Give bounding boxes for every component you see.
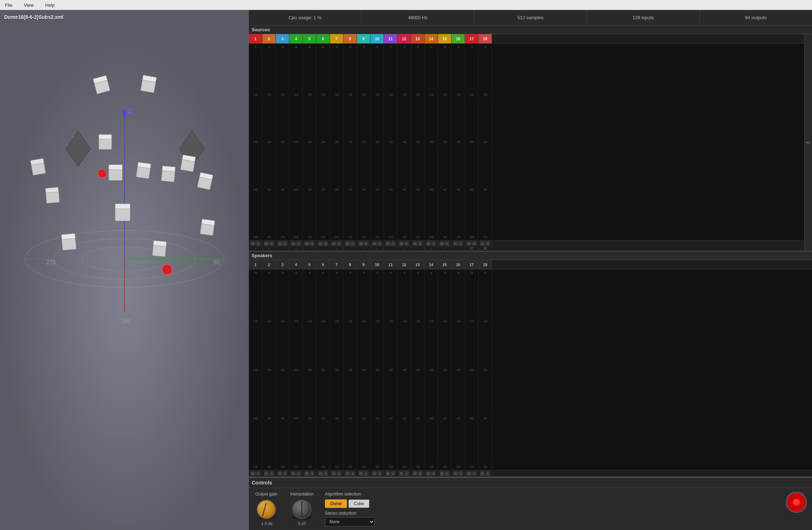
speaker-solo-10[interactable]: s [377, 471, 382, 476]
speaker-solo-5[interactable]: s [310, 471, 315, 476]
source-ch-2[interactable]: 2 [262, 34, 276, 43]
speaker-solo-12[interactable]: s [404, 471, 409, 476]
speaker-mute-12[interactable]: m [399, 471, 404, 476]
speaker-solo-4[interactable]: s [296, 471, 301, 476]
source-mute-5[interactable]: m [304, 241, 309, 246]
source-ch-12[interactable]: 12 [397, 34, 411, 43]
source-mute-11[interactable]: m [385, 241, 390, 246]
speaker-mute-18[interactable]: m [480, 471, 485, 476]
source-ch-13[interactable]: 13 [411, 34, 424, 43]
source-solo-8[interactable]: s [350, 241, 355, 246]
source-solo-5[interactable]: s [310, 241, 315, 246]
source-solo-13[interactable]: s [418, 241, 423, 246]
speaker-ch-16[interactable]: 16 [452, 260, 465, 269]
menu-file[interactable]: File [3, 2, 15, 9]
source-solo-1[interactable]: s [256, 241, 261, 246]
speaker-mute-2[interactable]: m [264, 471, 269, 476]
source-ch-3[interactable]: 3 [276, 34, 289, 43]
source-solo-9[interactable]: s [364, 241, 369, 246]
source-solo-2[interactable]: s [269, 241, 274, 246]
speaker-mute-3[interactable]: m [277, 471, 282, 476]
source-ch-5[interactable]: 5 [303, 34, 316, 43]
source-solo-6[interactable]: s [323, 241, 328, 246]
source-mute-8[interactable]: m [345, 241, 350, 246]
source-solo-18[interactable]: s [485, 241, 490, 246]
speaker-mute-6[interactable]: m [318, 471, 323, 476]
source-mute-14[interactable]: m [426, 241, 431, 246]
source-solo-14[interactable]: s [431, 241, 436, 246]
source-solo-16[interactable]: s [458, 241, 463, 246]
speaker-mute-10[interactable]: m [372, 471, 377, 476]
source-mute-7[interactable]: m [331, 241, 336, 246]
interpolation-knob[interactable] [289, 499, 314, 520]
speaker-solo-7[interactable]: s [337, 471, 342, 476]
source-solo-4[interactable]: s [296, 241, 301, 246]
speaker-mute-9[interactable]: m [358, 471, 363, 476]
source-solo-11[interactable]: s [391, 241, 396, 246]
source-ch-18[interactable]: 18 [479, 34, 492, 43]
source-ch-17[interactable]: 17 [465, 34, 479, 43]
speaker-solo-13[interactable]: s [418, 471, 423, 476]
source-solo-3[interactable]: s [283, 241, 288, 246]
speaker-ch-18[interactable]: 18 [479, 260, 492, 269]
source-mute-16[interactable]: m [453, 241, 458, 246]
speaker-mute-13[interactable]: m [412, 471, 417, 476]
speaker-ch-15[interactable]: 15 [438, 260, 452, 269]
speaker-ch-13[interactable]: 13 [411, 260, 424, 269]
speaker-solo-1[interactable]: s [256, 471, 261, 476]
source-ch-4[interactable]: 4 [289, 34, 303, 43]
speaker-mute-14[interactable]: m [426, 471, 431, 476]
source-mute-2[interactable]: m [264, 241, 269, 246]
speaker-mute-11[interactable]: m [385, 471, 390, 476]
source-ch-16[interactable]: 16 [452, 34, 465, 43]
speaker-solo-3[interactable]: s [283, 471, 288, 476]
speaker-mute-7[interactable]: m [331, 471, 336, 476]
output-gain-knob[interactable] [254, 499, 279, 520]
speaker-mute-15[interactable]: m [439, 471, 444, 476]
plusminus-button[interactable]: +/- [804, 34, 812, 251]
speaker-ch-11[interactable]: 11 [384, 260, 397, 269]
source-solo-10[interactable]: s [377, 241, 382, 246]
source-mute-10[interactable]: m [372, 241, 377, 246]
source-ch-9[interactable]: 9 [357, 34, 370, 43]
speaker-ch-5[interactable]: 5 [303, 260, 316, 269]
speaker-mute-17[interactable]: m [466, 471, 471, 476]
source-ch-10[interactable]: 10 [370, 34, 384, 43]
speaker-ch-9[interactable]: 9 [357, 260, 370, 269]
source-solo-15[interactable]: s [445, 241, 450, 246]
source-ch-14[interactable]: 14 [424, 34, 438, 43]
speaker-ch-14[interactable]: 14 [424, 260, 438, 269]
source-mute-13[interactable]: m [412, 241, 417, 246]
speaker-solo-18[interactable]: s [485, 471, 490, 476]
speaker-ch-3[interactable]: 3 [276, 260, 289, 269]
speaker-solo-2[interactable]: s [269, 471, 274, 476]
speaker-solo-16[interactable]: s [458, 471, 463, 476]
speaker-solo-9[interactable]: s [364, 471, 369, 476]
source-ch-7[interactable]: 7 [330, 34, 343, 43]
speaker-ch-1[interactable]: 1 [249, 260, 262, 269]
dome-button[interactable]: Dome [325, 499, 347, 508]
speaker-ch-12[interactable]: 12 [397, 260, 411, 269]
source-mute-6[interactable]: m [318, 241, 323, 246]
speaker-solo-15[interactable]: s [445, 471, 450, 476]
speaker-mute-5[interactable]: m [304, 471, 309, 476]
speaker-solo-8[interactable]: s [350, 471, 355, 476]
speaker-ch-6[interactable]: 6 [316, 260, 330, 269]
speaker-solo-17[interactable]: s [472, 471, 477, 476]
speaker-ch-8[interactable]: 8 [343, 260, 357, 269]
source-ch-1[interactable]: 1 [249, 34, 262, 43]
source-mute-3[interactable]: m [277, 241, 282, 246]
speaker-solo-11[interactable]: s [391, 471, 396, 476]
speaker-mute-4[interactable]: m [291, 471, 296, 476]
speaker-ch-7[interactable]: 7 [330, 260, 343, 269]
stereo-select[interactable]: None Low Medium High [325, 517, 375, 526]
source-solo-7[interactable]: s [337, 241, 342, 246]
speaker-ch-10[interactable]: 10 [370, 260, 384, 269]
source-mute-18[interactable]: m [480, 241, 485, 246]
source-solo-17[interactable]: s [472, 241, 477, 246]
speaker-solo-14[interactable]: s [431, 471, 436, 476]
source-solo-12[interactable]: s [404, 241, 409, 246]
menu-view[interactable]: View [22, 2, 36, 9]
speaker-mute-8[interactable]: m [345, 471, 350, 476]
source-mute-17[interactable]: m [466, 241, 471, 246]
